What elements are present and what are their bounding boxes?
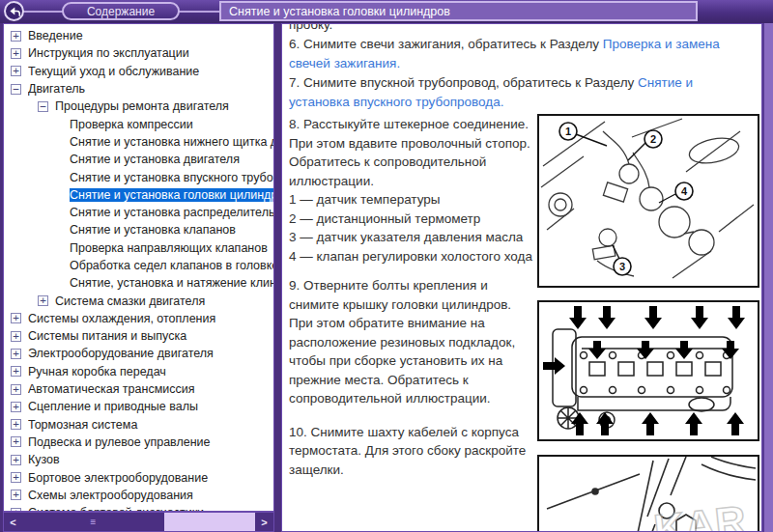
sidebar-item-label: Снятие и установка нижнего щитка дв [70,135,273,149]
sidebar-item[interactable]: +Система бортовой диагностики [4,504,273,512]
sidebar-item-label: Снятие и установка двигателя [70,153,273,166]
sidebar-item-label: Кузов [28,453,273,466]
sidebar-item-label: Ручная коробка передач [28,365,273,378]
expand-plus-icon[interactable]: + [11,490,21,500]
expand-plus-icon[interactable]: + [11,331,21,342]
sidebar-item[interactable]: Снятие и установка головки цилиндро [4,186,273,204]
scrollbar-grip-icon: ≡ [91,517,97,527]
step-paragraph: 4 — клапан регулировки холостого хода [289,247,533,266]
step-paragraph: 8. Расстыкуйте штекерное соединение. При… [289,115,533,190]
back-button[interactable] [4,1,24,21]
scroll-left-icon: < [10,517,15,528]
expand-plus-icon[interactable]: + [11,436,21,447]
sidebar-item[interactable]: Снятие и установка двигателя [4,151,273,168]
collapse-minus-icon[interactable]: − [38,101,48,112]
expand-plus-icon[interactable]: + [38,295,48,306]
expand-plus-icon[interactable]: + [11,313,21,323]
callout-2: 2 [650,133,656,145]
sidebar-item-label: Системы питания и выпуска [28,329,273,343]
scroll-right-icon: > [261,517,267,528]
expand-plus-icon[interactable]: + [11,419,21,430]
sidebar-item-label: Сцепление и приводные валы [28,400,273,413]
sidebar-item-label: Электрооборудование двигателя [28,347,273,360]
sidebar-item-label: Инструкция по эксплуатации [28,46,273,60]
sidebar-item[interactable]: Снятие и установка распределительн [4,204,273,221]
scroll-left-button[interactable]: < [4,513,22,531]
sidebar-item[interactable]: +Введение [4,27,273,44]
sidebar-item[interactable]: +Ручная коробка передач [4,363,273,380]
sidebar-item[interactable]: +Тормозная система [4,416,273,434]
sidebar-item-label: Проверка компрессии [70,118,273,131]
cable-duct-figure: KAR [537,455,759,532]
expand-plus-icon[interactable]: + [11,366,21,377]
sidebar-item[interactable]: +Системы питания и выпуска [4,327,273,345]
clipped-previous-step-text: пробку. [289,24,756,34]
sidebar-item[interactable]: Снятие, установка и натяжение клино [4,274,273,292]
sidebar-item[interactable]: Проверка направляющих клапанов [4,239,273,257]
sidebar-item[interactable]: −Двигатель [4,80,273,98]
sidebar-item-label: Проверка направляющих клапанов [70,241,273,255]
expand-plus-icon[interactable]: + [11,31,21,42]
sidebar-item[interactable]: Снятие и установка нижнего щитка дв [4,133,273,151]
sidebar-item-label: Обработка седел клапанов в головке [70,259,273,272]
step-text: 6. Снимите свечи зажигания, обратитесь к… [289,37,603,51]
scrollbar-thumb[interactable]: ≡ [22,513,164,531]
sidebar-item[interactable]: +Подвеска и рулевое управление [4,434,273,451]
back-arrow-icon [8,5,20,17]
sidebar-item-label: Схемы электрооборудования [28,489,273,502]
page-title: Снятие и установка головки цилиндров [219,1,698,21]
sidebar-item[interactable]: +Системы охлаждения, отопления [4,310,273,327]
scroll-right-button[interactable]: > [255,513,273,531]
step-text: 8. Расстыкуйте штекерное соединение. При… [289,117,530,188]
sidebar-item-label: Автоматическая трансмиссия [28,382,273,396]
expand-plus-icon[interactable]: + [11,455,21,465]
expand-plus-icon[interactable]: + [11,384,21,395]
sidebar-item-label: Введение [28,29,273,42]
expand-plus-icon[interactable]: + [11,402,21,412]
sidebar-item-label: Снятие и установка головки цилиндро [70,188,273,202]
page-title-label: Снятие и установка головки цилиндров [229,5,450,18]
sidebar-item[interactable]: Проверка компрессии [4,115,273,132]
sidebar-item[interactable]: +Бортовое электрооборудование [4,468,273,486]
header-connector-line [23,11,64,13]
sidebar-item[interactable]: +Инструкция по эксплуатации [4,44,273,62]
sidebar-item[interactable]: −Процедуры ремонта двигателя [4,98,273,115]
content-intro: 6. Снимите свечи зажигания, обратитесь к… [289,35,756,111]
sidebar-item-label: Процедуры ремонта двигателя [55,99,273,113]
expand-plus-icon[interactable]: + [11,472,21,483]
callout-3: 3 [619,261,625,272]
step-text: 10. Снимите шахту кабелей с корпуса терм… [289,425,526,477]
sidebar-item[interactable]: +Сцепление и приводные валы [4,398,273,415]
step-paragraph: 2 — дистанционный термометр [289,210,533,229]
sidebar-item[interactable]: +Кузов [4,451,273,468]
contents-button-label: Содержание [87,5,155,18]
sidebar-item[interactable]: +Электрооборудование двигателя [4,345,273,362]
collapse-minus-icon[interactable]: − [11,84,21,95]
step-paragraph: 6. Снимите свечи зажигания, обратитесь к… [289,35,756,72]
step-paragraph: 10. Снимите шахту кабелей с корпуса терм… [289,423,533,480]
sidebar-item[interactable]: +Схемы электрооборудования [4,487,273,504]
sidebar-item[interactable]: Обработка седел клапанов в головке [4,257,273,274]
sidebar-item[interactable]: Снятие и установка впускного трубоп [4,168,273,185]
sidebar-item-label: Снятие и установка впускного трубоп [70,171,273,184]
expand-plus-icon[interactable]: + [11,48,21,59]
expand-plus-icon[interactable]: + [11,349,21,359]
contents-button[interactable]: Содержание [62,2,180,20]
sidebar-tree: +Введение+Инструкция по эксплуатации+Тек… [4,24,273,512]
sidebar-item-label: Текущий уход и обслуживание [28,65,273,78]
sidebar-panel: +Введение+Инструкция по эксплуатации+Тек… [3,23,274,512]
sidebar-item[interactable]: Снятие и установка клапанов [4,221,273,238]
step-text: 9. Отверните болты крепления и снимите к… [289,278,515,406]
step-text: 4 — клапан регулировки холостого хода [289,249,532,264]
step-paragraph: 3 — датчик указателя давления масла [289,228,533,247]
sidebar-item[interactable]: +Система смазки двигателя [4,292,273,309]
sidebar-item-label: Тормозная система [28,418,273,432]
sidebar-item[interactable]: +Текущий уход и обслуживание [4,63,273,80]
content-text-column: 8. Расстыкуйте штекерное соединение. При… [289,115,533,479]
sidebar-item[interactable]: +Автоматическая трансмиссия [4,380,273,398]
head-cover-bolts-figure [537,300,759,441]
step-text: 1 — датчик температуры [289,192,441,207]
expand-plus-icon[interactable]: + [11,66,21,76]
sidebar-horizontal-scrollbar[interactable]: < ≡ > [3,512,274,532]
header-connector-line [178,11,220,13]
